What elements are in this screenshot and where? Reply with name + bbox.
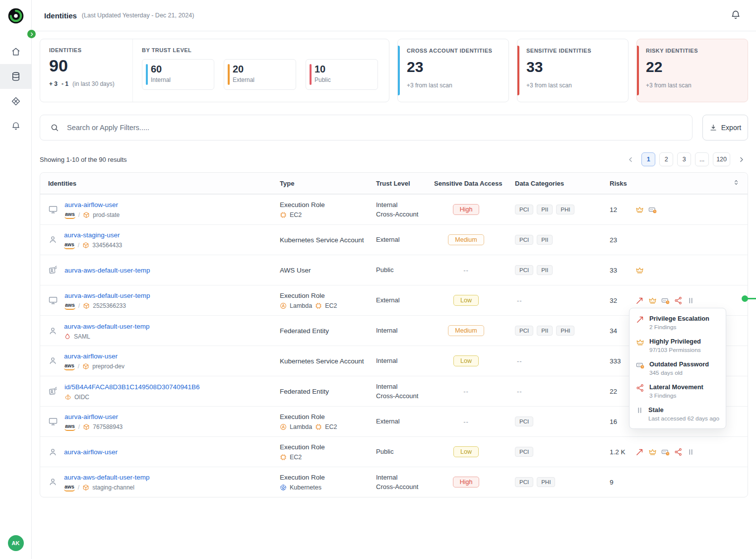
identities-count-section: IDENTITIES 90 + 3 - 1 (in last 30 days) [40,39,132,102]
monitor-icon [48,295,58,305]
stale-icon[interactable] [687,297,694,304]
data-category-chip: PHI [537,477,555,487]
empty-value: -- [463,418,469,425]
identity-link[interactable]: aurva-staging-user [64,231,120,239]
next-page-button[interactable] [734,152,748,166]
highly-privileged-icon[interactable] [635,206,644,214]
cube-icon [82,484,89,491]
trust-level: InternalCross-Account [376,200,434,219]
export-button[interactable]: Export [702,115,748,140]
sensitive-data-access: Medium [434,234,515,245]
column-header: Risks [610,180,748,187]
user-avatar[interactable]: AK [8,535,24,551]
aws-logo-icon: aws [64,484,75,491]
column-header: Trust Level [376,180,434,187]
chevron-right-icon [29,32,34,37]
sidebar-item-integrations[interactable] [0,89,31,114]
page-button[interactable]: ... [695,152,709,166]
identity-link[interactable]: aurva-aws-default-user-temp [64,474,150,481]
risks-cell: 23 [610,236,748,244]
trust-mini-value: 10 [315,64,373,75]
identity-type: AWS User [280,267,376,274]
highly-privileged-icon[interactable] [635,266,644,275]
sidebar-item-inventory[interactable] [0,64,31,89]
trust-mini-value: 60 [151,64,209,75]
popover-item-title: Outdated Password [649,360,709,368]
outdated-password-icon[interactable] [661,296,670,305]
identity-link[interactable]: id/5B4A4FACA8D3B1C149508D30740941B6 [64,383,199,391]
highly-privileged-icon[interactable] [648,296,657,305]
identity-link[interactable]: aurva-airflow-user [64,413,118,420]
table-row[interactable]: aurva-staging-useraws/334564433Kubernete… [40,224,748,255]
identity-link[interactable]: aurva-aws-default-user-temp [64,267,150,274]
page-button[interactable]: 3 [677,152,691,166]
ec2-icon [280,211,287,218]
identity-link[interactable]: aurva-aws-default-user-temp [64,292,150,299]
stat-card-value: 23 [407,60,500,74]
sensitivity-badge: Medium [448,325,484,336]
sidebar-item-home[interactable] [0,39,31,64]
user-icon [48,326,58,336]
identity-link[interactable]: aurva-aws-default-user-temp [64,323,150,330]
lateral-movement-icon[interactable] [674,296,683,305]
lambda-icon [280,302,287,309]
main-content: IDENTITIES 90 + 3 - 1 (in last 30 days) … [31,31,756,559]
page-button[interactable]: 120 [713,152,730,166]
notifications-button[interactable] [728,7,743,24]
sensitive-data-access: Low [434,295,515,306]
search-input[interactable] [66,123,682,132]
identity-link[interactable]: aurva-airflow-user [64,448,118,456]
sensitive-data-access: -- [434,388,515,395]
monitor-icon [48,205,58,214]
sensitive-data-access: High [434,204,515,215]
trust-level-section: BY TRUST LEVEL 60Internal20External10Pub… [132,39,389,102]
identity-subline: aws/preprod-dev [64,363,125,370]
trust-level: External [376,417,434,426]
privilege-escalation-icon[interactable] [635,296,644,305]
table-row[interactable]: aurva-aws-default-user-tempAWS UserPubli… [40,255,748,285]
identity-link[interactable]: aurva-airflow-user [64,352,118,360]
summary-cards-row: IDENTITIES 90 + 3 - 1 (in last 30 days) … [40,39,748,102]
lateral-movement-icon[interactable] [674,448,683,456]
privilege-escalation-icon[interactable] [635,448,644,456]
table-row[interactable]: aurva-airflow-useraws/prod-stateExecutio… [40,194,748,224]
identities-page: AK Identities (Last Updated Yesterday - … [0,0,756,559]
cube-icon [83,302,90,309]
stat-card-label: RISKY IDENTITIES [646,48,739,54]
trust-mini-label: External [233,76,291,83]
trust-mini-label: Internal [151,76,209,83]
identities-count-value: 90 [49,57,124,74]
empty-value: -- [517,297,522,304]
identities-count-label: IDENTITIES [49,47,124,53]
identity-link[interactable]: aurva-airflow-user [64,201,118,209]
data-categories: -- [515,297,610,304]
role-icon [48,265,58,275]
sidebar-expand-button[interactable] [27,30,36,38]
separator: / [78,423,80,430]
risks-cell: 9 [610,479,748,486]
stat-card: CROSS ACCOUNT IDENTITIES23+3 from last s… [397,39,509,102]
table-row[interactable]: aurva-airflow-userExecution RoleEC2Publi… [40,436,748,467]
diamond-x-icon [11,96,21,106]
outdated-password-icon[interactable] [648,206,657,214]
data-category-chip: PCI [515,265,533,275]
prev-page-button[interactable] [624,152,637,166]
type-subline: Kubernetes [280,484,376,491]
data-category-chip: PII [537,265,553,275]
trust-mini-card: 60Internal [142,59,214,90]
popover-item: Outdated Password345 days old [630,357,726,380]
stale-icon[interactable] [687,448,694,456]
sort-button[interactable] [732,178,741,189]
data-categories: PCIPIIPHI [515,205,610,214]
page-button[interactable]: 1 [641,152,655,166]
risk-count: 9 [610,479,635,486]
highly-privileged-icon[interactable] [648,448,657,456]
sensitive-data-access: Low [434,355,515,366]
sidebar-item-alerts[interactable] [0,114,31,139]
column-header: Sensitive Data Access [434,180,515,187]
table-row[interactable]: aurva-aws-default-user-tempaws/staging-c… [40,467,748,497]
kubernetes-icon [280,484,287,491]
page-button[interactable]: 2 [659,152,673,166]
trust-mini-card: 10Public [306,59,378,90]
outdated-password-icon[interactable] [661,448,670,456]
